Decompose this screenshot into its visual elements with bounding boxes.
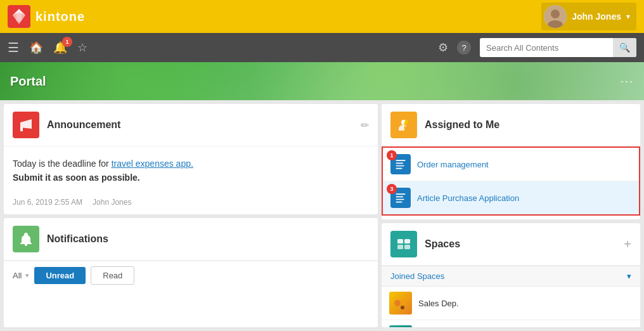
announcement-link[interactable]: travel expenses app. xyxy=(112,159,193,169)
article-purchase-label: Article Purchase Application xyxy=(417,193,519,203)
list-item[interactable]: Sales Dep. xyxy=(382,287,640,320)
assigned-list: 1 Order management 3 xyxy=(382,146,640,216)
avatar xyxy=(544,5,567,28)
svg-point-25 xyxy=(401,299,406,304)
space-thumbnail-1 xyxy=(389,292,412,315)
svg-rect-13 xyxy=(396,163,404,164)
search-box: 🔍 xyxy=(480,38,636,57)
top-header: kintone John Jones ▾ xyxy=(0,0,644,33)
left-panel: Announcement ✏ Today is the deadline for… xyxy=(4,104,378,327)
hamburger-icon[interactable]: ☰ xyxy=(8,40,19,55)
notifications-icon xyxy=(18,231,34,247)
notifications-header: Notifications xyxy=(4,218,378,261)
app-list-icon xyxy=(394,158,407,171)
svg-point-5 xyxy=(551,10,560,18)
app-list-icon-2 xyxy=(394,191,407,204)
assigned-icon-box xyxy=(390,112,417,138)
announcement-title: Announcement xyxy=(47,119,353,131)
svg-rect-3 xyxy=(16,11,22,22)
svg-rect-12 xyxy=(396,160,406,161)
list-item[interactable]: 1 Order management xyxy=(383,148,639,181)
notifications-title: Notifications xyxy=(47,233,369,245)
assigned-title: Assigned to Me xyxy=(425,119,631,131)
order-management-label: Order management xyxy=(417,160,489,169)
svg-marker-7 xyxy=(20,119,32,129)
notifications-icon-box xyxy=(13,226,39,252)
home-icon[interactable]: 🏠 xyxy=(29,41,43,55)
space-thumbnail-2 xyxy=(389,325,412,327)
read-button[interactable]: Read xyxy=(91,266,134,285)
space-thumb-image xyxy=(391,294,410,313)
svg-rect-23 xyxy=(404,245,410,249)
avatar-image xyxy=(544,5,567,28)
svg-rect-15 xyxy=(396,168,402,169)
tab-chevron-icon: ▾ xyxy=(25,271,29,280)
notification-icon[interactable]: 🔔 1 xyxy=(53,41,67,55)
page-title: Portal xyxy=(10,74,46,89)
svg-rect-20 xyxy=(397,239,403,243)
add-space-icon[interactable]: + xyxy=(624,238,631,250)
notifications-tabs: All ▾ Unread Read xyxy=(4,261,378,290)
notification-badge: 1 xyxy=(62,37,72,47)
portal-header: Portal ··· xyxy=(0,62,644,100)
kintone-logo-icon xyxy=(8,5,30,28)
right-panel: Assigned to Me 1 Order management xyxy=(382,104,640,327)
user-name: John Jones xyxy=(572,11,621,22)
announcement-user: John Jones xyxy=(93,198,131,207)
announcement-header: Announcement ✏ xyxy=(4,104,378,146)
list-item[interactable]: Sales Dep. 2 xyxy=(382,320,640,327)
tab-all[interactable]: All ▾ xyxy=(13,271,29,280)
gear-icon[interactable]: ⚙ xyxy=(438,41,448,55)
announcement-meta: Jun 6, 2019 2:55 AM John Jones xyxy=(4,193,378,214)
svg-rect-16 xyxy=(396,193,406,195)
help-icon[interactable]: ? xyxy=(457,41,471,55)
space-name-1: Sales Dep. xyxy=(418,299,459,308)
announcement-text: Today is the deadline for travel expense… xyxy=(13,157,369,185)
svg-rect-19 xyxy=(396,202,402,203)
more-options-icon[interactable]: ··· xyxy=(621,75,634,88)
announcement-prefix: Today is the deadline for xyxy=(13,159,112,169)
svg-point-24 xyxy=(394,300,401,306)
chevron-down-icon: ▾ xyxy=(626,12,630,21)
svg-rect-8 xyxy=(20,127,23,131)
announcement-card: Announcement ✏ Today is the deadline for… xyxy=(4,104,378,214)
main-content: Announcement ✏ Today is the deadline for… xyxy=(0,100,644,331)
spaces-icon-box xyxy=(390,231,417,257)
assigned-card: Assigned to Me 1 Order management xyxy=(382,104,640,219)
svg-rect-14 xyxy=(396,166,404,167)
spaces-header: Spaces + xyxy=(382,223,640,266)
user-area[interactable]: John Jones ▾ xyxy=(541,3,636,30)
order-badge: 1 xyxy=(387,150,397,160)
logo-text: kintone xyxy=(35,10,85,24)
assigned-icon xyxy=(396,117,411,133)
announcement-date: Jun 6, 2019 2:55 AM xyxy=(13,198,82,207)
svg-point-26 xyxy=(401,306,404,309)
edit-icon[interactable]: ✏ xyxy=(361,119,369,131)
nav-right: ⚙ ? 🔍 xyxy=(438,38,636,57)
svg-point-9 xyxy=(25,243,27,246)
spaces-card: Spaces + Joined Spaces ▾ Sales Dep. xyxy=(382,223,640,327)
search-button[interactable]: 🔍 xyxy=(613,38,636,57)
joined-spaces-row[interactable]: Joined Spaces ▾ xyxy=(382,266,640,287)
svg-rect-17 xyxy=(396,197,404,198)
svg-rect-21 xyxy=(404,239,410,243)
tab-all-label: All xyxy=(13,271,22,280)
spaces-icon xyxy=(396,237,411,252)
favorites-icon[interactable]: ☆ xyxy=(77,41,87,55)
app-icon-article: 3 xyxy=(390,188,411,208)
announcement-suffix: Submit it as soon as possible. xyxy=(13,172,140,183)
announcement-icon-box xyxy=(13,112,39,138)
unread-button[interactable]: Unread xyxy=(34,267,86,284)
list-item[interactable]: 3 Article Purchase Application xyxy=(383,181,639,214)
joined-spaces-label: Joined Spaces xyxy=(390,271,627,281)
spaces-title: Spaces xyxy=(425,238,616,250)
joined-chevron-icon: ▾ xyxy=(627,271,631,281)
svg-rect-22 xyxy=(397,245,403,249)
logo-area: kintone xyxy=(8,5,85,28)
nav-bar: ☰ 🏠 🔔 1 ☆ ⚙ ? 🔍 xyxy=(0,33,644,62)
assigned-header: Assigned to Me xyxy=(382,104,640,146)
search-input[interactable] xyxy=(480,39,613,56)
notifications-card: Notifications All ▾ Unread Read xyxy=(4,218,378,327)
announcement-icon xyxy=(18,117,34,133)
announcement-body: Today is the deadline for travel expense… xyxy=(4,146,378,193)
